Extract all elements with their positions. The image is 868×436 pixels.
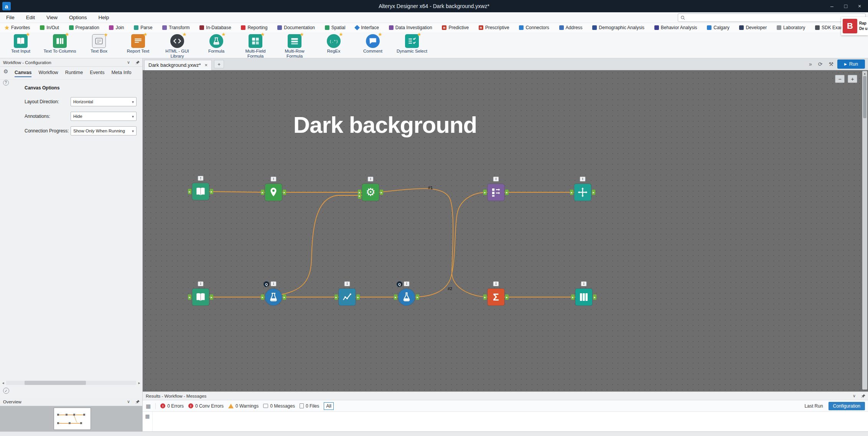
ribbon-category-in-out[interactable]: In/Out [40,25,59,30]
tool-comment[interactable]: ★Comment [356,34,390,54]
run-button[interactable]: ▶ Run [837,59,865,69]
connection-gear-summarize[interactable] [379,188,487,297]
tool-report-text[interactable]: ★Report Text [121,34,155,54]
field-dropdown-annotations[interactable]: Hide▾ [71,112,137,121]
ribbon-category-preparation[interactable]: Preparation [69,25,99,30]
ribbon-category-prescriptive[interactable]: RPrescriptive [479,25,509,30]
tool-multi-row-formula[interactable]: ★Multi-Row Formula [278,34,311,58]
menu-file[interactable]: File [6,15,15,20]
filter-0-messages[interactable]: 0 Messages [263,403,295,409]
messages-layout-icon[interactable]: ▦ [143,412,153,431]
output-anchor[interactable]: ▸ [380,190,383,195]
node-map-pin[interactable]: ▸▸↥ [265,184,282,201]
ribbon-category-favorites[interactable]: ★Favorites [5,25,30,30]
node-flask[interactable]: ▸▸↥Q [398,289,415,306]
canvas-vertical-scrollbar[interactable]: ▴ [862,71,867,390]
ribbon-category-predictive[interactable]: RPredictive [442,25,469,30]
node-input-top[interactable]: ▸▸↥ [192,183,209,200]
menu-view[interactable]: View [46,15,58,20]
ribbon-category-interface[interactable]: Interface [355,25,379,30]
output-anchor[interactable]: ▸ [416,294,419,300]
output-anchor[interactable]: ▸ [210,294,213,300]
filter-0-warnings[interactable]: 0 Warnings [228,403,259,409]
node-summarize[interactable]: Σ▸▸↥ [488,289,504,306]
config-tab-runtime[interactable]: Runtime [65,70,83,77]
node-input-bottom[interactable]: ▸▸↥ [192,289,209,306]
filter-all-button[interactable]: All [324,402,334,410]
connection-input-top-map-pin[interactable] [209,192,265,192]
scrollbar-thumb[interactable] [25,381,86,385]
connection-flask-arrange[interactable] [415,192,487,297]
last-run-button[interactable]: Last Run [805,403,823,409]
minimize-icon[interactable]: – [825,0,839,12]
input-anchor[interactable]: ▸ [394,294,397,300]
ribbon-category-laboratory[interactable]: Laboratory [777,25,805,30]
collapse-chevron-icon[interactable]: ∨ [127,60,130,65]
ribbon-category-transform[interactable]: Transform [162,25,189,30]
tool-regex[interactable]: (.*)★RegEx [317,34,351,54]
input-anchor[interactable]: ▸ [188,294,191,300]
output-anchor[interactable]: ▸ [505,190,509,195]
pin-icon[interactable] [861,394,866,398]
input-anchor[interactable]: ▸ [483,190,487,195]
tool-text-input[interactable]: ★Text Input [4,34,38,54]
tool-dynamic-select[interactable]: ★Dynamic Select [395,34,429,54]
history-icon[interactable]: ⟳ [818,61,823,67]
node-crosshair[interactable]: ▸▸↥ [574,184,591,201]
settings-gear-icon[interactable]: ⚙ [3,68,8,74]
search-input[interactable] [688,15,865,20]
ribbon-category-join[interactable]: Join [109,25,124,30]
tool-text-box[interactable]: ★Text Box [82,34,116,54]
ribbon-category-behavior-analysis[interactable]: Behavior Analysis [654,25,697,30]
ribbon-category-demographic-analysis[interactable]: Demographic Analysis [592,25,644,30]
scrollbar-thumb[interactable] [863,76,866,118]
ribbon-category-calgary[interactable]: Calgary [707,25,729,30]
tool-text-to-columns[interactable]: ★Text To Columns [43,34,77,54]
zoom-in-button[interactable]: + [848,75,857,83]
config-tab-meta-info[interactable]: Meta Info [111,70,131,77]
connection-filter-beaker-gear[interactable] [282,195,362,294]
ribbon-category-parse[interactable]: Parse [134,25,152,30]
input-anchor[interactable]: ▸ [358,193,361,199]
output-anchor[interactable]: ▸ [356,294,360,300]
node-filter-beaker[interactable]: ▸▸↥Q [265,289,282,306]
ribbon-category-connectors[interactable]: Connectors [519,25,549,30]
output-anchor[interactable]: ▸ [283,294,286,300]
collapse-chevron-icon[interactable]: ∨ [853,393,856,398]
expander-icon[interactable]: » [809,61,812,67]
scroll-right-icon[interactable]: ▸ [136,381,142,385]
output-anchor[interactable]: ▸ [505,294,509,300]
overview-minimap[interactable] [54,408,91,430]
scroll-left-icon[interactable]: ◂ [0,381,6,385]
ribbon-category-reporting[interactable]: Reporting [241,25,267,30]
node-gear[interactable]: ⚙▸▸▸↥ [362,184,379,201]
config-tab-events[interactable]: Events [90,70,104,77]
filter-0-files[interactable]: 0 Files [300,403,319,409]
menu-options[interactable]: Options [69,15,87,20]
node-chart[interactable]: ▸▸↥ [339,289,356,306]
input-anchor[interactable]: ▸ [261,294,264,300]
ribbon-category-in-database[interactable]: In-Database [199,25,231,30]
scroll-up-icon[interactable]: ▴ [864,71,865,76]
field-dropdown-connection-progress[interactable]: Show Only When Running▾ [71,126,137,135]
input-anchor[interactable]: ▸ [188,189,191,194]
maximize-icon[interactable]: □ [839,0,853,12]
ribbon-category-address[interactable]: Address [559,25,583,30]
global-search[interactable] [678,13,866,22]
output-anchor[interactable]: ▸ [593,294,596,300]
node-arrange[interactable]: ▸▸↥ [488,184,504,201]
tool-html-gui-library[interactable]: ★HTML - GUI Library [160,34,194,58]
field-dropdown-layout-direction[interactable]: Horizontal▾ [71,97,137,106]
results-view-icon[interactable]: ▦ [146,403,151,409]
pin-icon[interactable] [135,400,140,404]
close-icon[interactable]: × [853,0,866,12]
output-anchor[interactable]: ▸ [210,189,213,194]
output-anchor[interactable]: ▸ [592,190,595,195]
filter-0-conv-errors[interactable]: !0 Conv Errors [188,403,224,409]
ribbon-category-data-investigation[interactable]: Data Investigation [389,25,432,30]
workflow-canvas[interactable]: Dark background − + ▴ ▸▸↥▸▸↥⚙▸▸▸↥▸▸↥▸▸↥▸… [143,70,868,391]
config-tab-workflow[interactable]: Workflow [38,70,58,77]
ribbon-category-spatial[interactable]: Spatial [325,25,346,30]
tab-close-icon[interactable]: × [205,62,208,68]
node-browse-table[interactable]: ▸▸↥ [575,289,592,306]
